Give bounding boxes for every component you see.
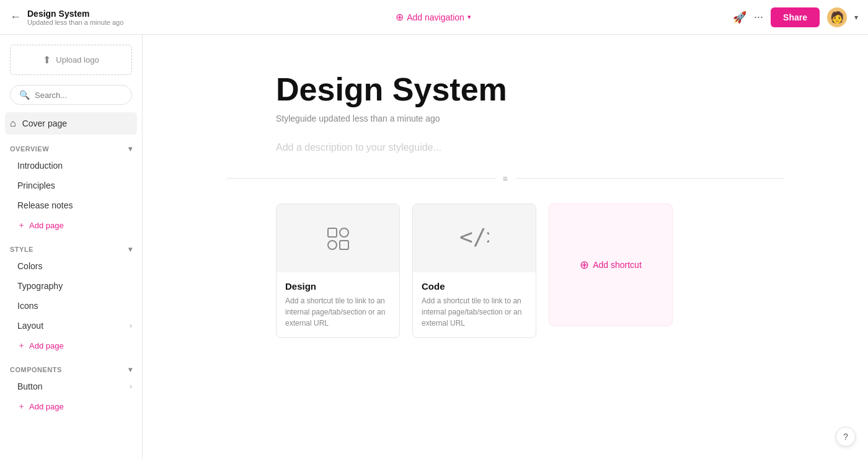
help-icon: ?	[843, 432, 848, 442]
design-tile-desc: Add a shortcut tile to link to an intern…	[285, 295, 391, 329]
main-layout: ⬆ Upload logo 🔍 ⌂ Cover page OVERVIEW ▾ …	[0, 35, 868, 459]
design-tile[interactable]: Design Add a shortcut tile to link to an…	[276, 203, 400, 338]
share-button[interactable]: Share	[771, 7, 820, 27]
svg-rect-0	[328, 228, 337, 237]
more-options-button[interactable]: ···	[754, 11, 763, 24]
release-notes-label: Release notes	[17, 200, 73, 210]
style-add-page-plus-icon: ＋	[17, 340, 25, 351]
design-tile-icon-area	[277, 204, 399, 272]
help-button[interactable]: ?	[836, 427, 856, 447]
code-tile[interactable]: </> Code Add a shortcut tile to link to …	[412, 203, 536, 338]
topbar-center: ⊕ Add navigation ▾	[141, 11, 725, 23]
style-chevron-icon: ▾	[128, 245, 133, 254]
code-tile-name: Code	[422, 281, 527, 292]
icons-label: Icons	[17, 301, 38, 311]
style-label: STYLE	[10, 246, 33, 253]
sidebar-item-colors[interactable]: Colors	[0, 256, 142, 276]
sidebar-item-typography[interactable]: Typography	[0, 276, 142, 296]
sidebar-item-release-notes[interactable]: Release notes	[0, 195, 142, 215]
add-navigation-label: Add navigation	[407, 12, 464, 22]
sidebar-section-overview: OVERVIEW ▾ Introduction Principles Relea…	[0, 140, 142, 235]
sidebar-section-components: COMPONENTS ▾ Button › ＋ Add page	[0, 360, 142, 416]
sidebar-item-layout[interactable]: Layout ›	[0, 316, 142, 336]
typography-label: Typography	[17, 281, 63, 291]
code-icon: </>	[459, 228, 489, 248]
shapes-icon	[323, 223, 353, 253]
home-icon: ⌂	[10, 118, 16, 129]
add-shortcut-text: Add shortcut	[593, 260, 642, 270]
chevron-down-icon: ▾	[467, 13, 471, 21]
search-input[interactable]	[35, 91, 123, 100]
topbar-title: Design System	[27, 9, 123, 19]
principles-label: Principles	[17, 180, 55, 190]
page-subtitle: Styleguide updated less than a minute ag…	[276, 114, 735, 123]
topbar: ← Design System Updated less than a minu…	[0, 0, 868, 35]
add-navigation-button[interactable]: ⊕ Add navigation ▾	[396, 11, 471, 23]
back-icon: ←	[10, 11, 21, 24]
code-tile-desc: Add a shortcut tile to link to an intern…	[422, 295, 527, 329]
button-label: Button	[17, 381, 42, 391]
divider-handle[interactable]: ≡	[495, 174, 515, 184]
avatar[interactable]: 🧑	[827, 7, 847, 27]
code-tile-icon-area: </>	[413, 204, 536, 272]
colors-label: Colors	[17, 261, 42, 271]
components-add-page-plus-icon: ＋	[17, 401, 25, 412]
topbar-title-group: Design System Updated less than a minute…	[27, 9, 123, 26]
plus-circle-icon: ⊕	[396, 11, 404, 23]
section-divider: ≡	[226, 178, 784, 179]
style-add-page-label: Add page	[29, 341, 64, 350]
overview-section-header[interactable]: OVERVIEW ▾	[0, 140, 142, 156]
add-page-plus-icon: ＋	[17, 220, 25, 231]
design-tile-name: Design	[285, 281, 391, 292]
sidebar: ⬆ Upload logo 🔍 ⌂ Cover page OVERVIEW ▾ …	[0, 35, 143, 459]
components-chevron-icon: ▾	[128, 365, 133, 374]
introduction-label: Introduction	[17, 161, 63, 171]
search-icon: 🔍	[19, 90, 30, 100]
rocket-button[interactable]: 🚀	[733, 11, 746, 24]
components-section-header[interactable]: COMPONENTS ▾	[0, 360, 142, 377]
sidebar-section-style: STYLE ▾ Colors Typography Icons Layout ›…	[0, 240, 142, 355]
content-area: Design System Styleguide updated less th…	[143, 35, 868, 459]
search-box: 🔍	[10, 85, 132, 105]
components-add-page-label: Add page	[29, 402, 64, 411]
code-tile-body: Code Add a shortcut tile to link to an i…	[413, 272, 536, 337]
topbar-left: ← Design System Updated less than a minu…	[10, 9, 134, 26]
layout-label: Layout	[17, 321, 43, 331]
page-description-placeholder[interactable]: Add a description to your styleguide...	[276, 142, 735, 153]
components-label: COMPONENTS	[10, 366, 62, 373]
tiles-container: Design Add a shortcut tile to link to an…	[276, 203, 735, 338]
topbar-right: 🚀 ··· Share 🧑 ▾	[733, 7, 858, 27]
sidebar-item-introduction[interactable]: Introduction	[0, 156, 142, 176]
svg-rect-3	[340, 241, 348, 249]
upload-logo-button[interactable]: ⬆ Upload logo	[10, 45, 132, 75]
add-shortcut-tile[interactable]: ⊕ Add shortcut	[549, 203, 673, 326]
add-shortcut-label: ⊕ Add shortcut	[580, 258, 642, 272]
button-chevron-icon: ›	[130, 382, 132, 391]
upload-logo-label: Upload logo	[56, 55, 99, 65]
svg-rect-2	[328, 241, 337, 249]
back-button[interactable]: ←	[10, 11, 21, 24]
layout-chevron-icon: ›	[130, 321, 132, 330]
user-chevron-icon[interactable]: ▾	[854, 13, 858, 22]
style-add-page-button[interactable]: ＋ Add page	[0, 336, 74, 355]
upload-icon: ⬆	[43, 54, 51, 66]
sidebar-item-cover-page[interactable]: ⌂ Cover page	[5, 112, 137, 135]
components-add-page-button[interactable]: ＋ Add page	[0, 396, 74, 416]
design-tile-body: Design Add a shortcut tile to link to an…	[277, 272, 399, 337]
sidebar-item-icons[interactable]: Icons	[0, 296, 142, 316]
page-title: Design System	[276, 72, 735, 107]
svg-text:</>: </>	[459, 228, 489, 248]
sidebar-item-button[interactable]: Button ›	[0, 377, 142, 396]
topbar-subtitle: Updated less than a minute ago	[27, 19, 123, 26]
overview-chevron-icon: ▾	[128, 145, 133, 153]
sidebar-item-principles[interactable]: Principles	[0, 176, 142, 195]
content-inner: Design System Styleguide updated less th…	[226, 35, 784, 363]
style-section-header[interactable]: STYLE ▾	[0, 240, 142, 256]
add-shortcut-plus-icon: ⊕	[580, 258, 589, 272]
svg-point-1	[340, 228, 348, 237]
overview-add-page-label: Add page	[29, 221, 64, 230]
divider-handle-icon: ≡	[502, 174, 508, 184]
overview-label: OVERVIEW	[10, 145, 49, 153]
cover-page-label: Cover page	[22, 118, 67, 128]
overview-add-page-button[interactable]: ＋ Add page	[0, 215, 74, 235]
